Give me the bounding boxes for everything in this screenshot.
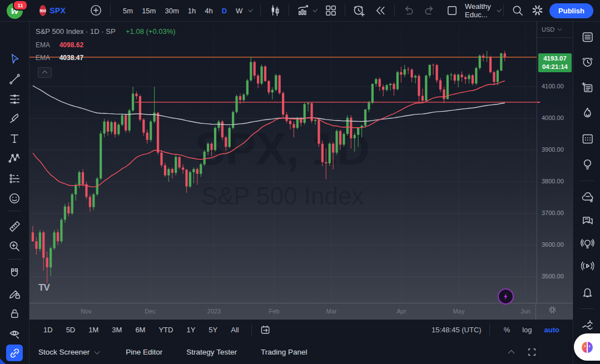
minds-sidebar-button[interactable]	[579, 188, 596, 205]
timeframe-W[interactable]: W	[236, 7, 242, 15]
layout-name[interactable]: Wealthy Educ...	[465, 2, 495, 19]
price-tick: 3800.00	[542, 178, 564, 185]
brush-tool-button[interactable]	[6, 110, 23, 127]
ideas-icon	[580, 157, 595, 172]
legend-collapse-button[interactable]	[38, 67, 52, 78]
range-1m[interactable]: 1M	[88, 326, 98, 334]
zoom-in-tool-button[interactable]	[6, 238, 23, 255]
panel-tab-stock-screener[interactable]: Stock Screener	[38, 348, 102, 356]
bar-replay-button[interactable]	[372, 2, 389, 19]
panel-tab-pine-editor[interactable]: Pine Editor	[126, 348, 162, 356]
text-tool-button[interactable]	[6, 130, 23, 147]
cursor-tool-button[interactable]	[6, 51, 23, 67]
screener-chevron-icon[interactable]	[95, 348, 100, 354]
panel-tab-strategy-tester[interactable]: Strategy Tester	[186, 348, 237, 356]
range-1d[interactable]: 1D	[43, 326, 53, 334]
alert-add-button[interactable]	[351, 2, 368, 19]
forecast-tool-button[interactable]	[6, 170, 23, 187]
ideas-sidebar-button[interactable]	[579, 156, 596, 172]
divider	[345, 4, 345, 17]
emoji-tool-button[interactable]	[6, 190, 23, 207]
watchlist-sidebar-button[interactable]	[579, 28, 596, 45]
timeframe-30m[interactable]: 30m	[165, 7, 178, 15]
timeframe-4h[interactable]: 4h	[205, 7, 212, 15]
price-axis[interactable]: USD 4193.07 04:21:14 4100.004000.003900.…	[537, 21, 573, 303]
publish-button[interactable]: Publish	[549, 3, 593, 18]
symbol-search-button[interactable]: SPX	[49, 6, 66, 15]
chart-watermark-name: S&P 500 Index	[201, 182, 364, 210]
ruler-tool-button[interactable]	[6, 218, 23, 235]
chart-style-candles-button[interactable]	[266, 2, 283, 19]
time-axis-settings-button[interactable]	[548, 305, 560, 320]
layout-icon[interactable]	[444, 2, 460, 19]
percent-scale-toggle[interactable]: %	[504, 326, 510, 334]
last-price-countdown-badge: 4193.07 04:21:14	[538, 53, 572, 72]
fib-retracement-tool-button[interactable]	[6, 91, 23, 107]
timeframe-1h[interactable]: 1h	[188, 7, 196, 15]
alerts-sidebar-button[interactable]	[579, 53, 596, 70]
minds-icon	[580, 190, 595, 205]
text-icon	[7, 131, 22, 146]
timeframe-menu-chevron-icon[interactable]	[249, 7, 253, 12]
layout-chevron-icon[interactable]	[497, 7, 502, 12]
settings-button[interactable]	[529, 2, 546, 19]
redo-button[interactable]	[422, 2, 438, 19]
hotlists-sidebar-button[interactable]	[579, 104, 596, 121]
range-all[interactable]: All	[231, 326, 239, 334]
calendar-sidebar-button[interactable]	[579, 130, 596, 147]
indicator-ema-fast[interactable]: EMA 4098.62	[36, 41, 176, 49]
xabcd-pattern-tool-button[interactable]	[6, 150, 23, 167]
legend-symbol-title[interactable]: S&P 500 Index · 1D · SP	[36, 27, 116, 36]
link-tool-button[interactable]	[6, 345, 23, 361]
range-6m[interactable]: 6M	[135, 326, 145, 334]
magnet-tool-button[interactable]	[6, 265, 23, 282]
draw-lock-tool-button[interactable]	[6, 285, 23, 302]
indicator-ema-slow[interactable]: EMA 4038.47	[36, 54, 176, 62]
calendar-icon	[580, 131, 595, 146]
range-ytd[interactable]: YTD	[158, 326, 173, 334]
streams-sidebar-button[interactable]	[579, 257, 596, 274]
indicators-chevron-icon[interactable]	[313, 7, 318, 12]
alerts-icon	[580, 54, 595, 69]
bottom-toolbar: 1D5D1M3M6MYTD1Y5YAll 15:48:45 (UTC) % lo…	[29, 320, 573, 341]
hide-tool-button[interactable]	[6, 325, 23, 342]
lock-tool-button[interactable]	[6, 305, 23, 322]
time-axis[interactable]: NovDec2023FebMarAprMayJun	[29, 303, 573, 320]
timeframe-D[interactable]: D	[222, 7, 227, 15]
undo-button[interactable]	[400, 2, 417, 19]
range-5y[interactable]: 5Y	[209, 326, 217, 334]
log-scale-toggle[interactable]: log	[522, 326, 532, 334]
trend-line-tool-button[interactable]	[6, 71, 23, 87]
auto-scale-toggle[interactable]: auto	[544, 326, 559, 334]
object-tree-sidebar-button[interactable]	[579, 316, 596, 333]
cursor-icon	[7, 52, 22, 66]
fib-retracement-icon	[7, 92, 22, 106]
range-3m[interactable]: 3M	[112, 326, 122, 334]
journal-sidebar-button[interactable]	[579, 79, 596, 96]
chat-sidebar-button[interactable]	[579, 212, 596, 228]
panel-tab-trading-panel[interactable]: Trading Panel	[261, 348, 308, 356]
user-menu-button[interactable]: W 11	[7, 2, 24, 19]
indicators-button[interactable]	[295, 2, 311, 19]
legend-change: +1.08 (+0.03%)	[126, 27, 176, 36]
live-ideas-sidebar-button[interactable]	[579, 235, 596, 252]
ai-assistant-button[interactable]	[574, 333, 600, 361]
boost-button[interactable]	[498, 288, 514, 305]
timeframe-15m[interactable]: 15m	[142, 7, 156, 15]
range-5d[interactable]: 5D	[66, 326, 76, 334]
price-axis-currency[interactable]: USD	[537, 21, 573, 38]
panel-maximize-button[interactable]	[524, 344, 541, 361]
compare-add-button[interactable]	[88, 2, 105, 19]
price-chart[interactable]: SPX, 1DS&P 500 Index	[29, 21, 537, 303]
timeframe-5m[interactable]: 5m	[123, 7, 133, 15]
range-1y[interactable]: 1Y	[186, 326, 195, 334]
panel-expand-chevron-icon[interactable]	[508, 350, 514, 356]
ruler-icon	[7, 219, 22, 233]
indicator-templates-button[interactable]	[323, 2, 339, 19]
go-to-date-button[interactable]	[257, 322, 274, 338]
watchlist-icon	[580, 29, 595, 44]
search-button[interactable]	[509, 2, 526, 19]
ema-slow-value: 4038.47	[59, 54, 83, 62]
clock-utc[interactable]: 15:48:45 (UTC)	[432, 326, 482, 334]
notifications-sidebar-button[interactable]	[579, 283, 596, 300]
